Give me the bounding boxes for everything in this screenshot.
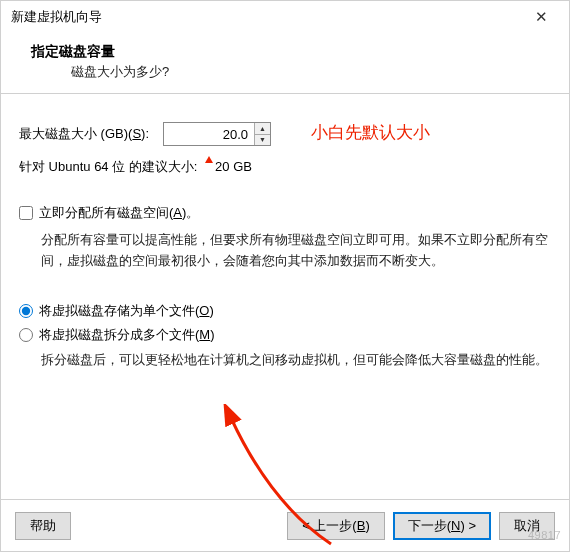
radio-split-files-row: 将虚拟磁盘拆分成多个文件(M) bbox=[19, 326, 551, 344]
allocate-now-label[interactable]: 立即分配所有磁盘空间(A)。 bbox=[39, 204, 199, 222]
close-button[interactable]: ✕ bbox=[521, 2, 561, 32]
radio-single-file-row: 将虚拟磁盘存储为单个文件(O) bbox=[19, 302, 551, 320]
disk-size-spinner[interactable]: ▲ ▼ bbox=[163, 122, 271, 146]
max-disk-size-label: 最大磁盘大小 (GB)(S): bbox=[19, 125, 149, 143]
page-title: 指定磁盘容量 bbox=[31, 43, 549, 61]
recommended-size-text: 针对 Ubuntu 64 位 的建议大小: 20 GB bbox=[19, 158, 551, 176]
window-title: 新建虚拟机向导 bbox=[11, 8, 521, 26]
watermark-text: 49817 bbox=[528, 529, 561, 541]
wizard-window: 新建虚拟机向导 ✕ 指定磁盘容量 磁盘大小为多少? 最大磁盘大小 (GB)(S)… bbox=[0, 0, 570, 552]
allocate-now-checkbox[interactable] bbox=[19, 206, 33, 220]
titlebar: 新建虚拟机向导 ✕ bbox=[1, 1, 569, 33]
disk-size-input[interactable] bbox=[164, 123, 254, 145]
disk-file-radio-group: 将虚拟磁盘存储为单个文件(O) 将虚拟磁盘拆分成多个文件(M) 拆分磁盘后，可以… bbox=[19, 302, 551, 371]
radio-single-file[interactable] bbox=[19, 304, 33, 318]
spinner-down-icon[interactable]: ▼ bbox=[255, 135, 270, 146]
allocate-now-row: 立即分配所有磁盘空间(A)。 bbox=[19, 204, 551, 222]
back-button[interactable]: < 上一步(B) bbox=[287, 512, 385, 540]
annotation-text: 小白先默认大小 bbox=[311, 121, 430, 144]
radio-split-files-label[interactable]: 将虚拟磁盘拆分成多个文件(M) bbox=[39, 326, 215, 344]
radio-single-file-label[interactable]: 将虚拟磁盘存储为单个文件(O) bbox=[39, 302, 214, 320]
max-disk-size-row: 最大磁盘大小 (GB)(S): ▲ ▼ bbox=[19, 122, 551, 146]
arrow-marker-icon bbox=[205, 156, 213, 163]
page-subtitle: 磁盘大小为多少? bbox=[71, 63, 549, 81]
wizard-header: 指定磁盘容量 磁盘大小为多少? bbox=[1, 33, 569, 94]
allocate-now-description: 分配所有容量可以提高性能，但要求所有物理磁盘空间立即可用。如果不立即分配所有空间… bbox=[41, 230, 551, 272]
wizard-content: 最大磁盘大小 (GB)(S): ▲ ▼ 小白先默认大小 针对 Ubuntu 64… bbox=[1, 94, 569, 499]
radio-split-files[interactable] bbox=[19, 328, 33, 342]
spinner-up-icon[interactable]: ▲ bbox=[255, 123, 270, 135]
radio-split-description: 拆分磁盘后，可以更轻松地在计算机之间移动虚拟机，但可能会降低大容量磁盘的性能。 bbox=[41, 350, 551, 371]
close-icon: ✕ bbox=[535, 8, 548, 26]
wizard-footer: 帮助 < 上一步(B) 下一步(N) > 取消 bbox=[1, 499, 569, 551]
help-button[interactable]: 帮助 bbox=[15, 512, 71, 540]
next-button[interactable]: 下一步(N) > bbox=[393, 512, 491, 540]
